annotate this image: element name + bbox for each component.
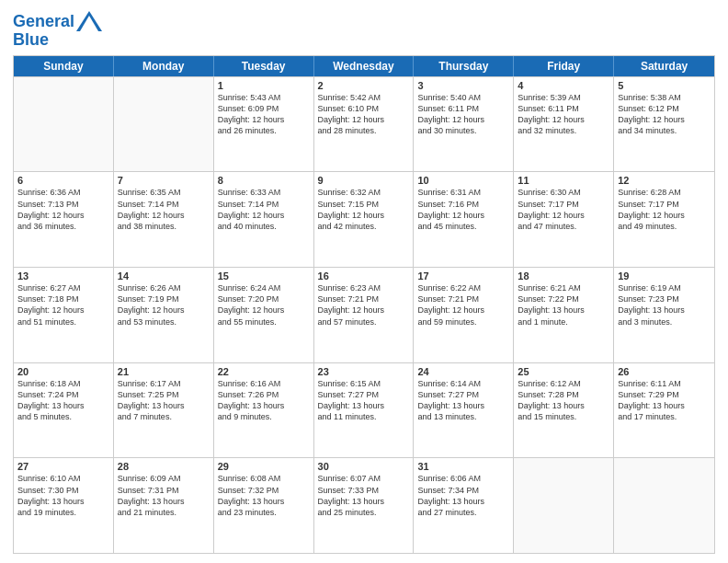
calendar-cell: 1Sunrise: 5:43 AM Sunset: 6:09 PM Daylig… bbox=[214, 77, 314, 172]
calendar-cell: 21Sunrise: 6:17 AM Sunset: 7:25 PM Dayli… bbox=[114, 363, 214, 458]
day-number: 24 bbox=[417, 366, 509, 377]
cell-daylight-info: Sunrise: 6:18 AM Sunset: 7:24 PM Dayligh… bbox=[17, 378, 109, 423]
calendar-cell: 12Sunrise: 6:28 AM Sunset: 7:17 PM Dayli… bbox=[614, 172, 714, 267]
day-number: 21 bbox=[118, 366, 210, 377]
day-number: 14 bbox=[118, 270, 210, 282]
calendar-cell: 30Sunrise: 6:07 AM Sunset: 7:33 PM Dayli… bbox=[314, 458, 415, 553]
calendar-row-2: 13Sunrise: 6:27 AM Sunset: 7:18 PM Dayli… bbox=[14, 267, 714, 362]
page: General Blue SundayMondayTuesdayWednesda… bbox=[0, 0, 728, 563]
logo-text-general: General bbox=[13, 13, 74, 31]
calendar-cell: 24Sunrise: 6:14 AM Sunset: 7:27 PM Dayli… bbox=[414, 363, 514, 458]
calendar-cell: 2Sunrise: 5:42 AM Sunset: 6:10 PM Daylig… bbox=[314, 77, 415, 172]
header: General Blue bbox=[13, 9, 715, 50]
day-number: 19 bbox=[618, 270, 711, 282]
calendar-cell: 13Sunrise: 6:27 AM Sunset: 7:18 PM Dayli… bbox=[14, 268, 114, 362]
cell-daylight-info: Sunrise: 6:27 AM Sunset: 7:18 PM Dayligh… bbox=[17, 282, 109, 327]
day-number: 31 bbox=[417, 461, 509, 472]
calendar-cell bbox=[514, 458, 614, 553]
cell-daylight-info: Sunrise: 6:30 AM Sunset: 7:17 PM Dayligh… bbox=[518, 187, 609, 232]
day-number: 1 bbox=[218, 80, 310, 91]
calendar-cell: 17Sunrise: 6:22 AM Sunset: 7:21 PM Dayli… bbox=[414, 268, 514, 362]
day-number: 26 bbox=[618, 366, 711, 377]
calendar-cell: 8Sunrise: 6:33 AM Sunset: 7:14 PM Daylig… bbox=[214, 172, 314, 267]
logo-icon bbox=[76, 11, 102, 31]
day-number: 25 bbox=[518, 366, 609, 377]
calendar-row-0: 1Sunrise: 5:43 AM Sunset: 6:09 PM Daylig… bbox=[14, 76, 714, 172]
logo: General Blue bbox=[13, 13, 102, 50]
header-cell-saturday: Saturday bbox=[614, 56, 714, 76]
calendar-cell: 15Sunrise: 6:24 AM Sunset: 7:20 PM Dayli… bbox=[214, 268, 314, 362]
day-number: 15 bbox=[218, 270, 310, 282]
day-number: 22 bbox=[218, 366, 310, 377]
calendar-cell: 7Sunrise: 6:35 AM Sunset: 7:14 PM Daylig… bbox=[114, 172, 214, 267]
day-number: 7 bbox=[118, 175, 210, 186]
header-cell-sunday: Sunday bbox=[14, 56, 114, 76]
day-number: 6 bbox=[17, 175, 109, 186]
cell-daylight-info: Sunrise: 6:35 AM Sunset: 7:14 PM Dayligh… bbox=[118, 187, 210, 232]
day-number: 4 bbox=[518, 80, 609, 91]
day-number: 9 bbox=[318, 175, 410, 186]
calendar-cell: 3Sunrise: 5:40 AM Sunset: 6:11 PM Daylig… bbox=[414, 77, 514, 172]
cell-daylight-info: Sunrise: 6:19 AM Sunset: 7:23 PM Dayligh… bbox=[618, 282, 711, 327]
calendar-cell: 16Sunrise: 6:23 AM Sunset: 7:21 PM Dayli… bbox=[314, 268, 415, 362]
calendar-cell: 11Sunrise: 6:30 AM Sunset: 7:17 PM Dayli… bbox=[514, 172, 614, 267]
cell-daylight-info: Sunrise: 5:40 AM Sunset: 6:11 PM Dayligh… bbox=[417, 92, 509, 137]
calendar-body: 1Sunrise: 5:43 AM Sunset: 6:09 PM Daylig… bbox=[14, 76, 714, 553]
cell-daylight-info: Sunrise: 6:17 AM Sunset: 7:25 PM Dayligh… bbox=[118, 378, 210, 423]
calendar-cell: 23Sunrise: 6:15 AM Sunset: 7:27 PM Dayli… bbox=[314, 363, 415, 458]
header-cell-wednesday: Wednesday bbox=[314, 56, 415, 76]
cell-daylight-info: Sunrise: 6:28 AM Sunset: 7:17 PM Dayligh… bbox=[618, 187, 711, 232]
day-number: 23 bbox=[318, 366, 410, 377]
calendar-row-3: 20Sunrise: 6:18 AM Sunset: 7:24 PM Dayli… bbox=[14, 362, 714, 458]
day-number: 5 bbox=[618, 80, 711, 91]
calendar-row-4: 27Sunrise: 6:10 AM Sunset: 7:30 PM Dayli… bbox=[14, 457, 714, 553]
day-number: 12 bbox=[618, 175, 711, 186]
cell-daylight-info: Sunrise: 6:32 AM Sunset: 7:15 PM Dayligh… bbox=[318, 187, 410, 232]
calendar-cell: 14Sunrise: 6:26 AM Sunset: 7:19 PM Dayli… bbox=[114, 268, 214, 362]
calendar-cell: 9Sunrise: 6:32 AM Sunset: 7:15 PM Daylig… bbox=[314, 172, 415, 267]
cell-daylight-info: Sunrise: 6:22 AM Sunset: 7:21 PM Dayligh… bbox=[417, 282, 509, 327]
day-number: 20 bbox=[17, 366, 109, 377]
day-number: 10 bbox=[417, 175, 509, 186]
calendar-cell: 22Sunrise: 6:16 AM Sunset: 7:26 PM Dayli… bbox=[214, 363, 314, 458]
cell-daylight-info: Sunrise: 5:43 AM Sunset: 6:09 PM Dayligh… bbox=[218, 92, 310, 137]
cell-daylight-info: Sunrise: 6:36 AM Sunset: 7:13 PM Dayligh… bbox=[17, 187, 109, 232]
cell-daylight-info: Sunrise: 6:15 AM Sunset: 7:27 PM Dayligh… bbox=[318, 378, 410, 423]
day-number: 8 bbox=[218, 175, 310, 186]
calendar-cell bbox=[614, 458, 714, 553]
logo-text-blue: Blue bbox=[13, 30, 49, 49]
calendar-cell: 19Sunrise: 6:19 AM Sunset: 7:23 PM Dayli… bbox=[614, 268, 714, 362]
calendar-cell: 10Sunrise: 6:31 AM Sunset: 7:16 PM Dayli… bbox=[414, 172, 514, 267]
header-cell-tuesday: Tuesday bbox=[214, 56, 314, 76]
cell-daylight-info: Sunrise: 5:42 AM Sunset: 6:10 PM Dayligh… bbox=[318, 92, 410, 137]
cell-daylight-info: Sunrise: 6:06 AM Sunset: 7:34 PM Dayligh… bbox=[417, 473, 509, 518]
calendar-cell bbox=[114, 77, 214, 172]
calendar-cell: 31Sunrise: 6:06 AM Sunset: 7:34 PM Dayli… bbox=[414, 458, 514, 553]
header-cell-thursday: Thursday bbox=[414, 56, 514, 76]
day-number: 28 bbox=[118, 461, 210, 472]
day-number: 3 bbox=[417, 80, 509, 91]
calendar-cell: 18Sunrise: 6:21 AM Sunset: 7:22 PM Dayli… bbox=[514, 268, 614, 362]
cell-daylight-info: Sunrise: 6:24 AM Sunset: 7:20 PM Dayligh… bbox=[218, 282, 310, 327]
header-cell-friday: Friday bbox=[514, 56, 614, 76]
cell-daylight-info: Sunrise: 6:33 AM Sunset: 7:14 PM Dayligh… bbox=[218, 187, 310, 232]
day-number: 27 bbox=[17, 461, 109, 472]
cell-daylight-info: Sunrise: 6:09 AM Sunset: 7:31 PM Dayligh… bbox=[118, 473, 210, 518]
day-number: 2 bbox=[318, 80, 410, 91]
cell-daylight-info: Sunrise: 6:21 AM Sunset: 7:22 PM Dayligh… bbox=[518, 282, 609, 327]
cell-daylight-info: Sunrise: 5:38 AM Sunset: 6:12 PM Dayligh… bbox=[618, 92, 711, 137]
cell-daylight-info: Sunrise: 6:23 AM Sunset: 7:21 PM Dayligh… bbox=[318, 282, 410, 327]
calendar-cell: 27Sunrise: 6:10 AM Sunset: 7:30 PM Dayli… bbox=[14, 458, 114, 553]
cell-daylight-info: Sunrise: 6:14 AM Sunset: 7:27 PM Dayligh… bbox=[417, 378, 509, 423]
cell-daylight-info: Sunrise: 6:26 AM Sunset: 7:19 PM Dayligh… bbox=[118, 282, 210, 327]
cell-daylight-info: Sunrise: 6:12 AM Sunset: 7:28 PM Dayligh… bbox=[518, 378, 609, 423]
cell-daylight-info: Sunrise: 6:11 AM Sunset: 7:29 PM Dayligh… bbox=[618, 378, 711, 423]
calendar-row-1: 6Sunrise: 6:36 AM Sunset: 7:13 PM Daylig… bbox=[14, 171, 714, 267]
calendar-cell: 25Sunrise: 6:12 AM Sunset: 7:28 PM Dayli… bbox=[514, 363, 614, 458]
day-number: 18 bbox=[518, 270, 609, 282]
cell-daylight-info: Sunrise: 6:16 AM Sunset: 7:26 PM Dayligh… bbox=[218, 378, 310, 423]
day-number: 17 bbox=[417, 270, 509, 282]
day-number: 16 bbox=[318, 270, 410, 282]
day-number: 29 bbox=[218, 461, 310, 472]
calendar-cell: 6Sunrise: 6:36 AM Sunset: 7:13 PM Daylig… bbox=[14, 172, 114, 267]
